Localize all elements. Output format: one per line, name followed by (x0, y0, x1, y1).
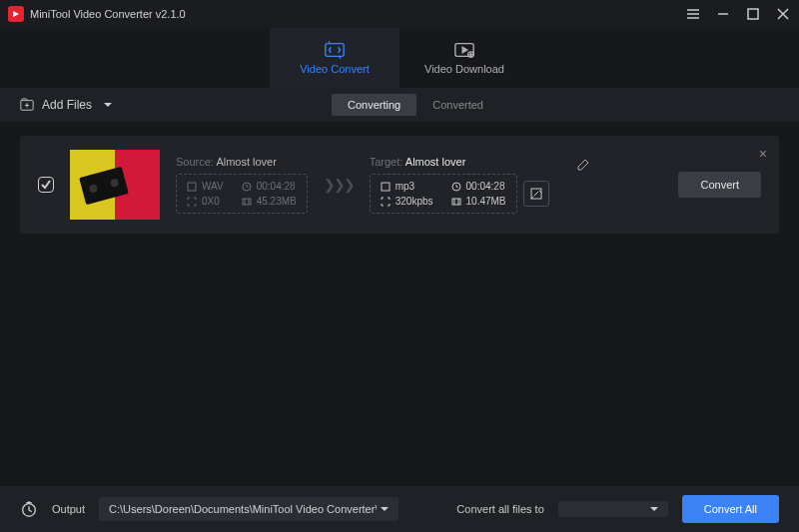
source-filename: Almost lover (216, 156, 277, 168)
titlebar: MiniTool Video Converter v2.1.0 (0, 0, 799, 28)
main-tabs: Video Convert Video Download (0, 28, 799, 88)
output-path-select[interactable]: C:\Users\Doreen\Documents\MiniTool Video… (99, 497, 399, 521)
source-duration: 00:04:28 (242, 181, 297, 192)
svg-rect-8 (382, 183, 390, 191)
conversion-item: × Source: Almost lover WAV 00:04:28 (20, 136, 779, 234)
edit-target-icon[interactable] (577, 159, 589, 171)
target-format-select[interactable] (558, 501, 668, 517)
target-label: Target: (370, 156, 403, 168)
target-settings-button[interactable] (523, 181, 549, 207)
source-size: 45.23MB (242, 196, 297, 207)
item-checkbox[interactable] (38, 177, 54, 193)
status-tab-converted[interactable]: Converted (416, 94, 499, 116)
timer-icon[interactable] (20, 500, 38, 518)
svg-rect-7 (243, 199, 251, 205)
add-files-button[interactable]: Add Files (20, 98, 112, 112)
target-bitrate: 320kpbs (381, 196, 433, 207)
target-info-box: mp3 00:04:28 320kpbs 10.47MB (370, 174, 517, 214)
app-logo-icon (8, 6, 24, 22)
tab-download-label: Video Download (424, 63, 504, 75)
target-format: mp3 (381, 181, 433, 192)
arrow-icon: ❯❯❯ (324, 177, 354, 193)
remove-item-button[interactable]: × (759, 146, 767, 162)
tab-video-convert[interactable]: Video Convert (270, 28, 400, 88)
status-tabs: Converting Converted (332, 94, 499, 116)
output-path-value: C:\Users\Doreen\Documents\MiniTool Video… (109, 503, 377, 515)
convert-button[interactable]: Convert (678, 172, 761, 198)
source-block: Source: Almost lover WAV 00:04:28 0X0 (176, 156, 308, 214)
item-thumbnail (70, 150, 160, 220)
content-area: × Source: Almost lover WAV 00:04:28 (0, 122, 799, 486)
footer: Output C:\Users\Doreen\Documents\MiniToo… (0, 486, 799, 532)
maximize-button[interactable] (745, 6, 761, 22)
tab-video-download[interactable]: Video Download (400, 28, 529, 88)
status-tab-converting[interactable]: Converting (332, 94, 416, 116)
minimize-button[interactable] (715, 6, 731, 22)
target-block: Target: Almost lover mp3 00:04:28 (370, 156, 589, 214)
svg-rect-0 (748, 9, 758, 19)
output-label: Output (52, 503, 85, 515)
svg-rect-10 (452, 199, 460, 205)
chevron-down-icon (104, 103, 112, 107)
convert-all-to-label: Convert all files to (456, 503, 543, 515)
chevron-down-icon (381, 507, 389, 511)
source-label: Source: (176, 156, 214, 168)
close-button[interactable] (775, 6, 791, 22)
convert-all-button[interactable]: Convert All (682, 495, 779, 523)
svg-rect-5 (188, 183, 196, 191)
app-title: MiniTool Video Converter v2.1.0 (30, 8, 685, 20)
add-files-label: Add Files (42, 98, 92, 112)
svg-rect-1 (326, 44, 344, 57)
subbar: Add Files Converting Converted (0, 88, 799, 122)
source-resolution: 0X0 (187, 196, 224, 207)
chevron-down-icon (650, 507, 658, 511)
source-format: WAV (187, 181, 224, 192)
target-size: 10.47MB (451, 196, 506, 207)
source-info-box: WAV 00:04:28 0X0 45.23MB (176, 174, 308, 214)
target-duration: 00:04:28 (451, 181, 506, 192)
tab-convert-label: Video Convert (300, 63, 370, 75)
target-filename: Almost lover (405, 156, 466, 168)
menu-icon[interactable] (685, 6, 701, 22)
